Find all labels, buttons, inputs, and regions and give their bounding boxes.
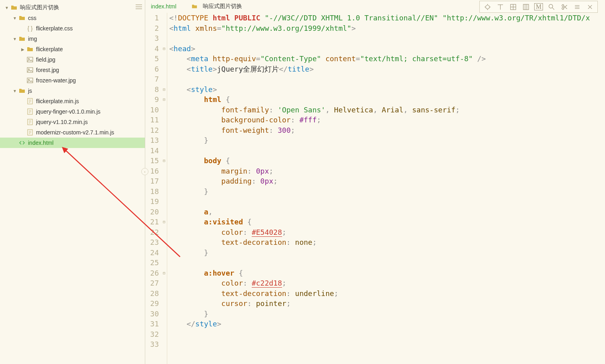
fold-marker	[161, 64, 167, 74]
line-number: 4	[145, 44, 159, 54]
code-line: <!DOCTYPE html PUBLIC "-//W3C//DTD XHTML…	[169, 13, 605, 23]
html-file-icon	[18, 139, 26, 146]
code-content[interactable]: <!DOCTYPE html PUBLIC "-//W3C//DTD XHTML…	[168, 13, 605, 364]
line-number: 30	[145, 309, 159, 319]
columns-icon[interactable]	[520, 2, 532, 12]
scissors-icon[interactable]	[558, 2, 570, 12]
tree-item-flickerplate[interactable]: ▶flickerplate	[0, 44, 145, 54]
tree-item-flickerplate-min-js[interactable]: flickerplate.min.js	[0, 96, 145, 106]
code-line	[169, 329, 605, 340]
fold-marker[interactable]: ⊟	[161, 217, 167, 227]
tree-item-img[interactable]: ▼img	[0, 34, 145, 44]
fold-marker[interactable]: ⊟	[161, 156, 167, 166]
line-number: 20	[145, 207, 159, 217]
code-line: color: #c22d18;	[169, 278, 605, 288]
tree-item-frozen-water-jpg[interactable]: frozen-water.jpg	[0, 75, 145, 86]
code-line: text-decoration: none;	[169, 237, 605, 248]
chevron-down-icon[interactable]: ▼	[12, 89, 18, 93]
line-gutter: 1234567891011121314151617181920212223242…	[145, 13, 161, 364]
fold-column: ⊟⊟⊟⊟⊟⊟	[161, 13, 167, 364]
tree-item-js[interactable]: ▼js	[0, 86, 145, 96]
code-line: margin: 0px;	[169, 166, 605, 176]
tree-item-css[interactable]: ▼css	[0, 13, 145, 23]
align-top-icon[interactable]	[494, 2, 506, 12]
folder-icon	[10, 4, 18, 11]
fold-marker[interactable]: ⊟	[161, 44, 167, 54]
tree-item-label: field.jpg	[36, 56, 55, 63]
image-file-icon	[26, 66, 34, 74]
fold-marker	[161, 258, 167, 268]
tree-item-field-jpg[interactable]: field.jpg	[0, 54, 145, 65]
chevron-down-icon[interactable]: ▼	[12, 16, 18, 20]
fold-marker	[161, 339, 167, 350]
fold-marker	[161, 278, 167, 288]
tree-item-label: flickerplate.min.js	[36, 98, 79, 104]
svg-rect-3	[27, 57, 33, 62]
fold-marker[interactable]: ⊟	[161, 94, 167, 105]
code-line: <head>	[169, 44, 605, 54]
editor-toolbar: M	[479, 1, 598, 13]
tree-item-index-html[interactable]: index.html	[0, 138, 145, 148]
code-line: }	[169, 309, 605, 319]
fold-marker[interactable]: ⊟	[161, 268, 167, 278]
tab-label: 响应式图片切换	[203, 3, 242, 10]
chevron-right-icon[interactable]: ▶	[20, 47, 26, 52]
sidebar-collapse-handle[interactable]: ‹	[141, 168, 148, 175]
tree-item-label: img	[28, 36, 37, 42]
tree-menu-icon[interactable]	[135, 4, 142, 10]
code-line: </style>	[169, 319, 605, 329]
code-editor[interactable]: 1234567891011121314151617181920212223242…	[145, 13, 605, 364]
line-number: 7	[145, 74, 159, 84]
search-icon[interactable]	[545, 2, 557, 12]
chevron-down-icon[interactable]: ▼	[12, 37, 18, 41]
tree-item-modernizr-custom-v2-7-1-min-js[interactable]: modernizr-custom-v2.7.1.min.js	[0, 127, 145, 138]
fold-marker	[161, 329, 167, 340]
line-number: 6	[145, 64, 159, 74]
tree-item-label: 响应式图片切换	[20, 4, 59, 11]
fold-marker	[161, 146, 167, 156]
tree-item-label: jquery-v1.10.2.min.js	[36, 119, 88, 125]
line-number: 14	[145, 146, 159, 156]
tab-project-folder[interactable]: 响应式图片切换	[188, 1, 244, 12]
line-number: 10	[145, 105, 159, 115]
fold-marker	[161, 186, 167, 197]
fold-marker	[161, 166, 167, 176]
code-line: cursor: pointer;	[169, 298, 605, 309]
tree-item-jquery-v1-10-2-min-js[interactable]: jquery-v1.10.2.min.js	[0, 117, 145, 127]
tree-item-flickerplate-css[interactable]: { }flickerplate.css	[0, 23, 145, 34]
fold-marker[interactable]: ⊟	[161, 84, 167, 95]
chevron-down-icon[interactable]: ▼	[4, 6, 10, 10]
line-number: 29	[145, 298, 159, 309]
line-number: 2	[145, 23, 159, 34]
fold-marker	[161, 23, 167, 34]
tree-item-jquery-finger-v0-1-0-min-js[interactable]: jquery-finger-v0.1.0.min.js	[0, 106, 145, 117]
menu-icon[interactable]	[571, 2, 583, 12]
tree-item-label: modernizr-custom-v2.7.1.min.js	[36, 129, 114, 136]
fold-marker	[161, 54, 167, 64]
line-number: 28	[145, 288, 159, 299]
line-number: 27	[145, 278, 159, 288]
tree-item-forest-jpg[interactable]: forest.jpg	[0, 65, 145, 75]
line-number: 23	[145, 237, 159, 248]
tree-item-label: forest.jpg	[36, 67, 59, 73]
tree-item-label: flickerplate.css	[36, 25, 73, 32]
line-number: 26	[145, 268, 159, 278]
line-number: 9	[145, 94, 159, 105]
line-number: 32	[145, 329, 159, 340]
grid-icon[interactable]	[507, 2, 519, 12]
close-icon[interactable]	[584, 2, 596, 12]
line-number: 31	[145, 319, 159, 329]
target-icon[interactable]	[481, 2, 493, 12]
tab-index-html[interactable]: index.html	[148, 2, 179, 11]
code-line: }	[169, 248, 605, 258]
tree-item-root[interactable]: ▼响应式图片切换	[0, 2, 145, 13]
line-number: 5	[145, 54, 159, 64]
line-number: 15	[145, 156, 159, 166]
code-line	[169, 258, 605, 268]
code-line	[169, 33, 605, 44]
m-mark-icon[interactable]: M	[533, 2, 545, 12]
tree-item-label: frozen-water.jpg	[36, 77, 76, 84]
fold-marker	[161, 33, 167, 44]
tree-item-label: index.html	[28, 140, 54, 146]
css-file-icon: { }	[26, 25, 34, 32]
